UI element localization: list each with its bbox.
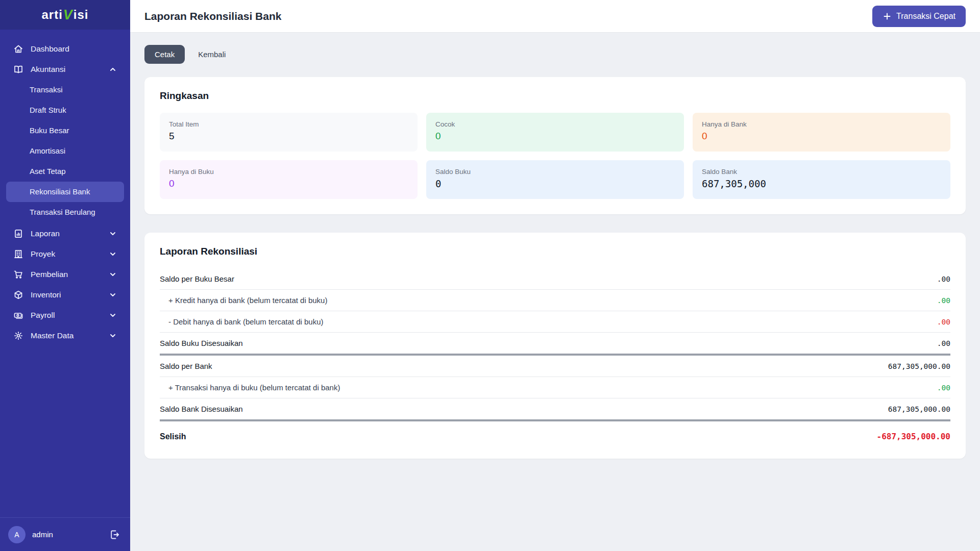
sidebar-item-label: Inventori (31, 290, 102, 299)
row-value: .00 (937, 318, 950, 326)
logo-text-prefix: arti (41, 8, 62, 22)
sidebar-item-aset-tetap[interactable]: Aset Tetap (6, 161, 124, 182)
tile-total-item: Total Item 5 (160, 113, 418, 152)
quick-transaction-button[interactable]: Transaksi Cepat (872, 6, 966, 27)
sidebar-item-label: Master Data (31, 331, 102, 340)
tile-value: 687,305,000 (702, 178, 941, 189)
logo-text-suffix: isi (74, 8, 89, 22)
sidebar-item-label: Pembelian (31, 270, 102, 279)
sidebar-item-transaksi-berulang[interactable]: Transaksi Berulang (6, 202, 124, 222)
sidebar-menu: Dashboard Akuntansi Transaksi Draft Stru… (0, 30, 130, 517)
row-label: Saldo per Buku Besar (160, 274, 234, 283)
report-row-selisih: Selisih -687,305,000.00 (160, 421, 950, 443)
username: admin (32, 530, 102, 539)
chevron-down-icon (109, 332, 117, 340)
tile-value: 0 (702, 131, 941, 142)
summary-card: Ringkasan Total Item 5 Cocok 0 Hanya di … (144, 77, 966, 214)
tile-saldo-bank: Saldo Bank 687,305,000 (693, 160, 950, 199)
chevron-down-icon (109, 311, 117, 319)
sidebar-item-label: Dashboard (31, 44, 117, 54)
page-title: Laporan Rekonsiliasi Bank (144, 10, 281, 22)
report-row-kredit-hanya-di-bank: + Kredit hanya di bank (belum tercatat d… (160, 290, 950, 311)
sidebar-item-laporan[interactable]: Laporan (6, 223, 124, 244)
app-root: artiVisi Dashboard Akuntansi Transaksi (0, 0, 980, 551)
tile-label: Saldo Buku (435, 168, 675, 176)
sidebar-item-pembelian[interactable]: Pembelian (6, 264, 124, 285)
logo: artiVisi (0, 0, 130, 30)
sidebar-item-label: Proyek (31, 249, 102, 259)
banknotes-icon (13, 310, 23, 320)
sidebar-item-akuntansi[interactable]: Akuntansi (6, 59, 124, 80)
main-area: Laporan Rekonsiliasi Bank Transaksi Cepa… (130, 0, 980, 551)
row-label: - Debit hanya di bank (belum tercatat di… (160, 317, 324, 326)
avatar: A (8, 526, 26, 543)
sidebar-item-buku-besar[interactable]: Buku Besar (6, 120, 124, 141)
book-open-icon (13, 64, 23, 74)
building-icon (13, 249, 23, 259)
tile-cocok: Cocok 0 (426, 113, 684, 152)
chevron-down-icon (109, 291, 117, 299)
back-button[interactable]: Kembali (192, 45, 232, 64)
row-value: .00 (937, 339, 950, 347)
report-title: Laporan Rekonsiliasi (160, 246, 950, 257)
toolbar: Cetak Kembali (144, 45, 966, 64)
row-label: Selisih (160, 432, 186, 441)
report-row-transaksi-hanya-di-buku: + Transaksi hanya di buku (belum tercata… (160, 377, 950, 398)
report-row-saldo-bank-disesuaikan: Saldo Bank Disesuaikan 687,305,000.00 (160, 398, 950, 421)
sidebar-item-proyek[interactable]: Proyek (6, 244, 124, 264)
row-value: -687,305,000.00 (877, 432, 951, 441)
logout-icon[interactable] (109, 529, 120, 540)
chevron-down-icon (109, 250, 117, 258)
page-content: Cetak Kembali Ringkasan Total Item 5 Coc… (130, 33, 980, 471)
report-row-saldo-per-buku-besar: Saldo per Buku Besar .00 (160, 268, 950, 290)
tile-label: Total Item (169, 120, 408, 128)
tile-label: Hanya di Buku (169, 168, 408, 176)
akuntansi-submenu: Transaksi Draft Struk Buku Besar Amortis… (6, 80, 124, 223)
tile-value: 0 (435, 131, 675, 142)
chevron-down-icon (109, 270, 117, 279)
sidebar-item-label: Payroll (31, 311, 102, 320)
sidebar: artiVisi Dashboard Akuntansi Transaksi (0, 0, 130, 551)
summary-title: Ringkasan (160, 90, 950, 102)
tile-hanya-di-bank: Hanya di Bank 0 (693, 113, 950, 152)
top-bar: Laporan Rekonsiliasi Bank Transaksi Cepa… (130, 0, 980, 33)
sidebar-item-payroll[interactable]: Payroll (6, 305, 124, 325)
quick-transaction-label: Transaksi Cepat (896, 12, 955, 21)
row-value: 687,305,000.00 (888, 362, 950, 370)
cube-icon (13, 290, 23, 300)
tile-hanya-di-buku: Hanya di Buku 0 (160, 160, 418, 199)
chevron-up-icon (109, 65, 117, 73)
row-label: Saldo Buku Disesuaikan (160, 339, 243, 347)
tile-value: 0 (435, 178, 675, 189)
sidebar-item-master-data[interactable]: Master Data (6, 325, 124, 346)
sidebar-item-dashboard[interactable]: Dashboard (6, 39, 124, 59)
report-rows: Saldo per Buku Besar .00 + Kredit hanya … (160, 268, 950, 443)
tile-value: 5 (169, 131, 408, 142)
row-value: .00 (937, 275, 950, 283)
sidebar-user-area: A admin (0, 517, 130, 551)
sidebar-item-label: Akuntansi (31, 65, 102, 74)
sidebar-item-rekonsiliasi-bank[interactable]: Rekonsiliasi Bank (6, 182, 124, 202)
summary-tiles: Total Item 5 Cocok 0 Hanya di Bank 0 Han… (160, 113, 950, 199)
tile-label: Hanya di Bank (702, 120, 941, 128)
report-row-saldo-per-bank: Saldo per Bank 687,305,000.00 (160, 356, 950, 377)
document-chart-icon (13, 229, 23, 239)
sidebar-item-draft-struk[interactable]: Draft Struk (6, 100, 124, 120)
print-button[interactable]: Cetak (144, 45, 185, 64)
sidebar-item-label: Laporan (31, 229, 102, 238)
row-value: .00 (937, 296, 950, 305)
gear-icon (13, 331, 23, 341)
report-row-debit-hanya-di-bank: - Debit hanya di bank (belum tercatat di… (160, 311, 950, 333)
sidebar-item-inventori[interactable]: Inventori (6, 285, 124, 305)
sidebar-item-transaksi[interactable]: Transaksi (6, 80, 124, 100)
row-label: + Transaksi hanya di buku (belum tercata… (160, 383, 340, 392)
row-label: Saldo Bank Disesuaikan (160, 405, 243, 413)
home-icon (13, 44, 23, 54)
row-value: 687,305,000.00 (888, 405, 950, 413)
shopping-cart-icon (13, 269, 23, 280)
row-value: .00 (937, 384, 950, 392)
plus-icon (883, 12, 892, 21)
tile-value: 0 (169, 178, 408, 189)
sidebar-item-amortisasi[interactable]: Amortisasi (6, 141, 124, 161)
row-label: + Kredit hanya di bank (belum tercatat d… (160, 296, 327, 305)
